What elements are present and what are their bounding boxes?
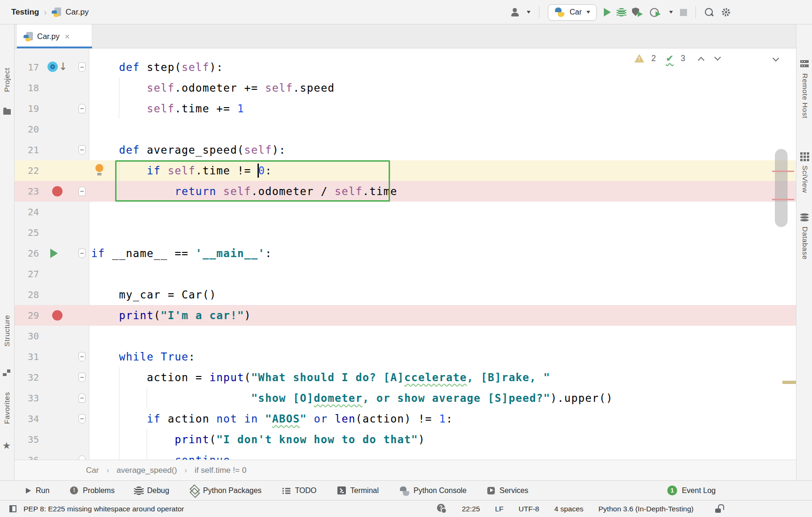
breadcrumb-method[interactable]: average_speed() <box>117 466 177 475</box>
inspections-icon[interactable] <box>437 504 447 514</box>
fold-icon[interactable] <box>78 187 86 196</box>
folder-icon[interactable] <box>3 109 11 115</box>
toolwindow-terminal[interactable]: Terminal <box>337 486 379 495</box>
run-config-selector[interactable]: Car <box>548 4 597 21</box>
fold-icon[interactable] <box>78 455 86 460</box>
toolwindow-label: TODO <box>295 486 317 495</box>
gear-icon[interactable] <box>721 7 731 17</box>
toolwindow-python-console[interactable]: Python Console <box>399 486 467 495</box>
line-number[interactable]: 36 <box>15 450 39 460</box>
structure-icon[interactable] <box>3 368 11 376</box>
warning-icon[interactable] <box>634 54 644 63</box>
lock-icon[interactable] <box>715 504 723 513</box>
fold-icon[interactable] <box>78 393 86 403</box>
toolwindow-event-log[interactable]: 1 Event Log <box>667 486 716 495</box>
fold-icon[interactable] <box>78 414 86 423</box>
chevron-right-icon: › <box>185 466 187 475</box>
line-number[interactable]: 23 <box>15 181 39 202</box>
breadcrumb-class[interactable]: Car <box>86 466 99 475</box>
python-file-icon <box>52 8 61 17</box>
project-name[interactable]: Testing <box>11 8 39 17</box>
breadcrumb-statement[interactable]: if self.time != 0 <box>195 466 246 475</box>
line-number[interactable]: 19 <box>15 98 39 119</box>
line-number[interactable]: 22 <box>15 160 39 181</box>
toolwindow-debug[interactable]: Debug <box>135 486 169 495</box>
line-number[interactable]: 26 <box>15 243 39 264</box>
sidebar-item-structure[interactable]: Structure <box>3 315 11 346</box>
fold-icon[interactable] <box>78 104 86 113</box>
line-separator[interactable]: LF <box>495 505 503 513</box>
line-number[interactable]: 33 <box>15 388 39 408</box>
sciview-icon[interactable] <box>800 152 809 161</box>
ok-count[interactable]: 3 <box>681 54 686 63</box>
packages-icon <box>190 486 198 495</box>
warning-stripe-mark[interactable] <box>782 381 796 384</box>
code-editor[interactable]: 17↓ def step(self):18 self.odometer += s… <box>15 48 796 460</box>
line-number[interactable]: 30 <box>15 326 39 346</box>
fold-icon[interactable] <box>78 63 86 72</box>
right-tool-stripe: Remote Host SciView Database <box>796 24 812 480</box>
interpreter[interactable]: Python 3.6 (In-Depth-Testing) <box>599 505 694 513</box>
debug-icon <box>135 486 142 495</box>
fold-icon[interactable] <box>78 352 86 361</box>
breakpoint-icon[interactable] <box>52 310 62 321</box>
close-icon[interactable]: × <box>65 32 70 41</box>
profiler-button[interactable] <box>650 8 662 17</box>
toolwindow-todo[interactable]: TODO <box>282 486 317 495</box>
sidebar-item-favorites[interactable]: Favorites <box>3 392 11 424</box>
line-number[interactable]: 32 <box>15 367 39 388</box>
window-icon[interactable] <box>9 505 16 512</box>
debug-button[interactable] <box>618 8 625 16</box>
line-number[interactable]: 24 <box>15 202 39 222</box>
line-number[interactable]: 35 <box>15 429 39 450</box>
warning-count[interactable]: 2 <box>651 54 656 63</box>
remote-host-icon[interactable] <box>800 60 809 67</box>
file-encoding[interactable]: UTF-8 <box>519 505 539 513</box>
override-marker-icon[interactable]: ↓ <box>47 62 69 73</box>
run-gutter-icon[interactable] <box>50 249 58 258</box>
sidebar-item-sciview[interactable]: SciView <box>801 165 809 193</box>
indent-setting[interactable]: 4 spaces <box>554 505 583 513</box>
line-number[interactable]: 25 <box>15 222 39 243</box>
toolwindow-run[interactable]: Run <box>26 486 49 495</box>
line-number[interactable]: 17 <box>15 57 39 78</box>
fold-icon[interactable] <box>78 249 86 258</box>
sidebar-item-project[interactable]: Project <box>3 68 11 92</box>
toolwindow-problems[interactable]: Problems <box>70 486 115 495</box>
fold-icon[interactable] <box>78 145 86 155</box>
run-button[interactable] <box>604 8 611 16</box>
chevron-down-icon[interactable] <box>669 11 673 14</box>
fold-icon[interactable] <box>78 373 86 382</box>
line-number[interactable]: 27 <box>15 264 39 284</box>
toolwindow-python-packages[interactable]: Python Packages <box>190 486 262 495</box>
line-number[interactable]: 18 <box>15 78 39 98</box>
line-number[interactable]: 20 <box>15 119 39 140</box>
run-with-coverage-button[interactable] <box>632 8 643 17</box>
line-number[interactable]: 21 <box>15 140 39 160</box>
chevron-down-icon[interactable] <box>527 11 531 14</box>
error-stripe-mark[interactable] <box>772 199 794 200</box>
editor-scrollbar[interactable] <box>775 149 788 227</box>
line-number[interactable]: 31 <box>15 346 39 367</box>
line-number[interactable]: 28 <box>15 284 39 305</box>
line-number[interactable]: 29 <box>15 305 39 326</box>
main-toolbar: Testing › Car.py Car <box>0 0 812 24</box>
line-number[interactable]: 34 <box>15 408 39 429</box>
chevron-up-icon[interactable] <box>698 56 704 63</box>
check-icon[interactable] <box>666 53 674 64</box>
code-line-20: 20 <box>15 119 796 140</box>
toolwindow-services[interactable]: Services <box>487 486 528 495</box>
search-icon[interactable] <box>704 8 714 17</box>
database-icon[interactable] <box>800 213 809 222</box>
error-stripe-mark[interactable] <box>772 171 794 172</box>
star-icon[interactable] <box>2 440 11 451</box>
breakpoint-icon[interactable] <box>52 186 62 196</box>
tab-car-py[interactable]: Car.py × <box>17 24 92 48</box>
user-icon[interactable] <box>510 8 520 17</box>
current-file-name[interactable]: Car.py <box>66 8 89 17</box>
sidebar-item-remote-host[interactable]: Remote Host <box>801 73 809 118</box>
code-line-31: 31 while True: <box>15 346 796 367</box>
sidebar-item-database[interactable]: Database <box>801 227 809 259</box>
chevron-down-icon[interactable] <box>714 54 721 60</box>
caret-position[interactable]: 22:25 <box>462 505 480 513</box>
